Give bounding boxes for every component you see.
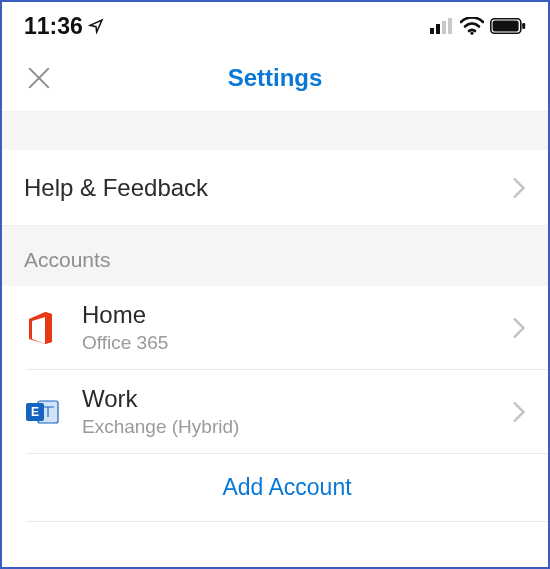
nav-bar: Settings xyxy=(2,44,548,112)
account-subtitle: Office 365 xyxy=(82,332,512,354)
help-feedback-row[interactable]: Help & Feedback xyxy=(2,150,548,226)
add-account-label: Add Account xyxy=(222,474,351,501)
close-icon xyxy=(25,64,53,92)
svg-rect-1 xyxy=(436,24,440,34)
account-row-home[interactable]: Home Office 365 xyxy=(26,286,548,370)
chevron-right-icon xyxy=(512,317,526,339)
chevron-right-icon xyxy=(512,177,526,199)
svg-rect-0 xyxy=(430,28,434,34)
svg-rect-7 xyxy=(522,23,525,29)
office365-icon xyxy=(26,311,68,345)
exchange-icon: E xyxy=(26,397,68,427)
add-account-button[interactable]: Add Account xyxy=(26,454,548,522)
chevron-right-icon xyxy=(512,401,526,423)
cell-signal-icon xyxy=(430,18,454,34)
account-text: Work Exchange (Hybrid) xyxy=(82,385,512,438)
svg-rect-3 xyxy=(448,18,452,34)
account-row-work[interactable]: E Work Exchange (Hybrid) xyxy=(26,370,548,454)
close-button[interactable] xyxy=(22,61,56,95)
location-icon xyxy=(88,18,104,34)
help-feedback-label: Help & Feedback xyxy=(24,174,208,202)
account-title: Home xyxy=(82,301,512,329)
accounts-list: Home Office 365 E Work Exchange (Hybrid)… xyxy=(2,286,548,522)
svg-rect-2 xyxy=(442,21,446,34)
status-right xyxy=(430,17,526,35)
accounts-section-header: Accounts xyxy=(2,226,548,286)
svg-point-4 xyxy=(470,32,473,35)
time-label: 11:36 xyxy=(24,13,83,40)
svg-rect-6 xyxy=(493,21,519,32)
page-title: Settings xyxy=(228,64,323,92)
battery-icon xyxy=(490,18,526,34)
status-bar: 11:36 xyxy=(2,2,548,44)
svg-text:E: E xyxy=(31,405,39,419)
account-text: Home Office 365 xyxy=(82,301,512,354)
status-time: 11:36 xyxy=(24,13,104,40)
account-subtitle: Exchange (Hybrid) xyxy=(82,416,512,438)
account-title: Work xyxy=(82,385,512,413)
wifi-icon xyxy=(460,17,484,35)
section-gap xyxy=(2,112,548,150)
